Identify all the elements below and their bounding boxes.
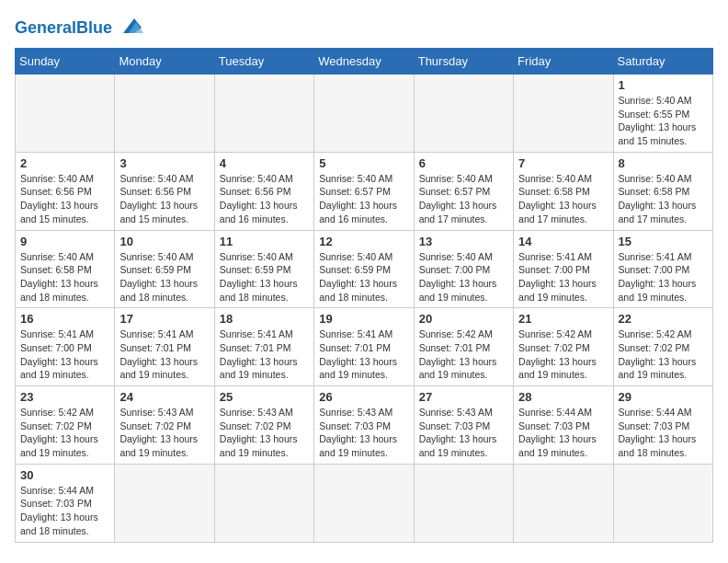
logo: GeneralBlue xyxy=(15,15,145,40)
day-info: Sunrise: 5:41 AMSunset: 7:01 PMDaylight:… xyxy=(319,327,408,382)
day-number: 5 xyxy=(319,156,408,170)
week-row-4: 16Sunrise: 5:41 AMSunset: 7:00 PMDayligh… xyxy=(16,308,713,386)
day-number: 14 xyxy=(518,235,608,248)
day-cell xyxy=(214,464,313,542)
day-cell xyxy=(414,75,513,153)
day-number: 2 xyxy=(20,156,109,170)
day-number: 30 xyxy=(20,468,109,482)
day-number: 8 xyxy=(619,156,708,170)
day-number: 3 xyxy=(119,156,209,170)
day-cell: 17Sunrise: 5:41 AMSunset: 7:01 PMDayligh… xyxy=(115,308,214,386)
day-number: 9 xyxy=(20,235,109,248)
day-cell: 27Sunrise: 5:43 AMSunset: 7:03 PMDayligh… xyxy=(414,386,513,465)
day-info: Sunrise: 5:40 AMSunset: 6:58 PMDaylight:… xyxy=(518,172,608,226)
page-header: GeneralBlue xyxy=(15,15,713,40)
day-info: Sunrise: 5:44 AMSunset: 7:03 PMDaylight:… xyxy=(518,406,608,460)
weekday-header-friday: Friday xyxy=(514,49,613,75)
day-info: Sunrise: 5:40 AMSunset: 6:58 PMDaylight:… xyxy=(20,250,109,304)
day-cell: 29Sunrise: 5:44 AMSunset: 7:03 PMDayligh… xyxy=(613,386,712,465)
day-cell: 22Sunrise: 5:42 AMSunset: 7:02 PMDayligh… xyxy=(613,308,712,386)
day-cell: 16Sunrise: 5:41 AMSunset: 7:00 PMDayligh… xyxy=(16,308,115,386)
day-info: Sunrise: 5:40 AMSunset: 6:59 PMDaylight:… xyxy=(319,250,408,304)
day-number: 1 xyxy=(619,78,708,92)
day-info: Sunrise: 5:41 AMSunset: 7:00 PMDaylight:… xyxy=(518,250,608,304)
day-info: Sunrise: 5:41 AMSunset: 7:01 PMDaylight:… xyxy=(119,327,209,382)
logo-icon xyxy=(116,15,145,40)
day-cell xyxy=(115,464,214,542)
weekday-header-thursday: Thursday xyxy=(414,49,513,75)
weekday-header-row: SundayMondayTuesdayWednesdayThursdayFrid… xyxy=(16,49,713,75)
day-cell xyxy=(214,75,313,153)
day-number: 18 xyxy=(220,312,309,326)
day-cell xyxy=(414,464,513,542)
week-row-5: 23Sunrise: 5:42 AMSunset: 7:02 PMDayligh… xyxy=(16,386,713,465)
day-cell: 20Sunrise: 5:42 AMSunset: 7:01 PMDayligh… xyxy=(414,308,513,386)
day-info: Sunrise: 5:40 AMSunset: 6:58 PMDaylight:… xyxy=(619,172,708,226)
day-cell: 4Sunrise: 5:40 AMSunset: 6:56 PMDaylight… xyxy=(214,152,313,230)
day-cell: 2Sunrise: 5:40 AMSunset: 6:56 PMDaylight… xyxy=(16,152,115,230)
day-info: Sunrise: 5:40 AMSunset: 6:57 PMDaylight:… xyxy=(319,172,408,226)
week-row-2: 2Sunrise: 5:40 AMSunset: 6:56 PMDaylight… xyxy=(16,152,713,230)
logo-blue: Blue xyxy=(76,18,112,37)
weekday-header-sunday: Sunday xyxy=(16,49,115,75)
day-cell: 24Sunrise: 5:43 AMSunset: 7:02 PMDayligh… xyxy=(115,386,214,465)
day-number: 12 xyxy=(319,235,408,248)
week-row-3: 9Sunrise: 5:40 AMSunset: 6:58 PMDaylight… xyxy=(16,230,713,308)
day-number: 6 xyxy=(419,156,508,170)
day-number: 16 xyxy=(20,312,109,326)
day-number: 26 xyxy=(319,390,408,404)
day-cell: 9Sunrise: 5:40 AMSunset: 6:58 PMDaylight… xyxy=(16,230,115,308)
day-info: Sunrise: 5:42 AMSunset: 7:02 PMDaylight:… xyxy=(619,327,708,382)
week-row-1: 1Sunrise: 5:40 AMSunset: 6:55 PMDaylight… xyxy=(16,75,713,153)
day-info: Sunrise: 5:44 AMSunset: 7:03 PMDaylight:… xyxy=(20,484,109,538)
day-number: 13 xyxy=(419,235,508,248)
day-cell: 26Sunrise: 5:43 AMSunset: 7:03 PMDayligh… xyxy=(314,386,414,465)
weekday-header-tuesday: Tuesday xyxy=(214,49,313,75)
day-info: Sunrise: 5:42 AMSunset: 7:01 PMDaylight:… xyxy=(419,327,508,382)
day-info: Sunrise: 5:43 AMSunset: 7:02 PMDaylight:… xyxy=(119,406,209,460)
day-cell xyxy=(16,75,115,153)
day-cell: 1Sunrise: 5:40 AMSunset: 6:55 PMDaylight… xyxy=(613,75,712,153)
day-number: 29 xyxy=(619,390,708,404)
day-info: Sunrise: 5:43 AMSunset: 7:03 PMDaylight:… xyxy=(319,406,408,460)
day-info: Sunrise: 5:40 AMSunset: 7:00 PMDaylight:… xyxy=(419,250,508,304)
day-number: 11 xyxy=(220,235,309,248)
day-cell: 18Sunrise: 5:41 AMSunset: 7:01 PMDayligh… xyxy=(214,308,313,386)
day-cell: 21Sunrise: 5:42 AMSunset: 7:02 PMDayligh… xyxy=(514,308,613,386)
day-info: Sunrise: 5:40 AMSunset: 6:57 PMDaylight:… xyxy=(419,172,508,226)
day-number: 24 xyxy=(119,390,209,404)
day-info: Sunrise: 5:42 AMSunset: 7:02 PMDaylight:… xyxy=(20,406,109,460)
day-info: Sunrise: 5:41 AMSunset: 7:00 PMDaylight:… xyxy=(20,327,109,382)
weekday-header-monday: Monday xyxy=(115,49,214,75)
day-number: 27 xyxy=(419,390,508,404)
day-number: 23 xyxy=(20,390,109,404)
day-cell: 10Sunrise: 5:40 AMSunset: 6:59 PMDayligh… xyxy=(115,230,214,308)
day-number: 10 xyxy=(119,235,209,248)
day-info: Sunrise: 5:40 AMSunset: 6:59 PMDaylight:… xyxy=(220,250,309,304)
day-number: 28 xyxy=(518,390,608,404)
day-info: Sunrise: 5:40 AMSunset: 6:55 PMDaylight:… xyxy=(619,94,708,148)
day-info: Sunrise: 5:44 AMSunset: 7:03 PMDaylight:… xyxy=(619,406,708,460)
day-number: 17 xyxy=(119,312,209,326)
day-cell xyxy=(314,75,414,153)
logo-text: GeneralBlue xyxy=(15,18,112,38)
day-cell: 13Sunrise: 5:40 AMSunset: 7:00 PMDayligh… xyxy=(414,230,513,308)
day-info: Sunrise: 5:43 AMSunset: 7:03 PMDaylight:… xyxy=(419,406,508,460)
day-info: Sunrise: 5:41 AMSunset: 7:01 PMDaylight:… xyxy=(220,327,309,382)
day-cell: 6Sunrise: 5:40 AMSunset: 6:57 PMDaylight… xyxy=(414,152,513,230)
day-cell xyxy=(613,464,712,542)
day-cell: 28Sunrise: 5:44 AMSunset: 7:03 PMDayligh… xyxy=(514,386,613,465)
day-info: Sunrise: 5:40 AMSunset: 6:56 PMDaylight:… xyxy=(20,172,109,226)
day-number: 22 xyxy=(619,312,708,326)
day-cell xyxy=(314,464,414,542)
weekday-header-wednesday: Wednesday xyxy=(314,49,414,75)
day-info: Sunrise: 5:40 AMSunset: 6:59 PMDaylight:… xyxy=(119,250,209,304)
day-cell: 7Sunrise: 5:40 AMSunset: 6:58 PMDaylight… xyxy=(514,152,613,230)
day-number: 15 xyxy=(619,235,708,248)
calendar: SundayMondayTuesdayWednesdayThursdayFrid… xyxy=(15,48,713,543)
day-info: Sunrise: 5:42 AMSunset: 7:02 PMDaylight:… xyxy=(518,327,608,382)
day-info: Sunrise: 5:40 AMSunset: 6:56 PMDaylight:… xyxy=(119,172,209,226)
day-cell xyxy=(514,464,613,542)
day-cell: 11Sunrise: 5:40 AMSunset: 6:59 PMDayligh… xyxy=(214,230,313,308)
day-number: 20 xyxy=(419,312,508,326)
